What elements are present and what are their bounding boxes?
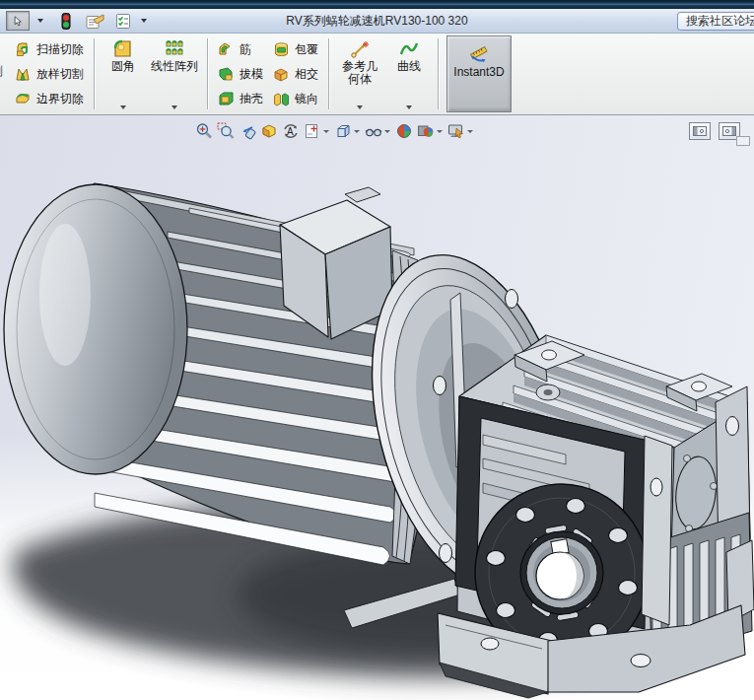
view-orientation-button[interactable]	[302, 120, 323, 142]
fillet-dropdown-caret[interactable]	[120, 105, 126, 109]
select-tool-dropdown[interactable]	[33, 10, 47, 32]
draft-icon	[218, 66, 235, 83]
feature-column-2: 包覆 相交 镜向	[268, 35, 323, 112]
top-plug-hole	[544, 389, 553, 395]
wrap-label: 包覆	[295, 41, 318, 58]
graphics-viewport[interactable]: A	[0, 115, 754, 700]
ribbon-separator	[438, 38, 439, 109]
collapse-left-icon	[693, 126, 707, 136]
traffic-light-icon[interactable]	[56, 11, 76, 31]
curves-label: 曲线	[397, 60, 421, 73]
chevron-down-icon	[37, 19, 43, 23]
shell-icon	[218, 91, 235, 107]
previous-view-button[interactable]	[237, 120, 258, 142]
reference-geometry-label: 参考几何体	[337, 60, 382, 86]
clipped-toolbar-text: 割	[0, 63, 5, 79]
zoom-to-area-icon	[217, 122, 235, 140]
rib-button[interactable]: 筋	[214, 39, 267, 59]
display-style-dropdown[interactable]	[354, 130, 360, 133]
boundary-cut-icon	[15, 91, 32, 107]
sweep-cut-icon	[15, 41, 32, 58]
linear-pattern-button[interactable]: 线性阵列	[147, 35, 202, 112]
shell-button[interactable]: 抽壳	[214, 89, 267, 108]
hide-show-items-button[interactable]	[363, 120, 384, 142]
zoom-to-area-button[interactable]	[215, 120, 237, 142]
instant3d-icon	[468, 44, 490, 66]
right-plate-hole	[726, 417, 739, 436]
cursor-arrow-icon	[13, 14, 23, 29]
menubar-tool-group	[6, 10, 151, 32]
mirror-icon	[273, 91, 290, 107]
instant3d-label: Instant3D	[453, 66, 504, 79]
sweep-cut-button[interactable]: 扫描切除	[11, 39, 88, 59]
display-style-icon	[334, 122, 352, 140]
loft-cut-button[interactable]: 放样切割	[11, 64, 88, 84]
model-canvas[interactable]	[0, 115, 754, 700]
viewport-pane-buttons	[689, 122, 740, 140]
intersect-button[interactable]: 相交	[269, 64, 322, 84]
reference-geometry-button[interactable]: 参考几何体	[334, 35, 385, 112]
cut-features-column: 扫描切除 放样切割 边界切除	[10, 35, 89, 112]
clipped-pane-button[interactable]	[736, 136, 750, 146]
window-title-strip	[0, 0, 754, 9]
edit-appearance-button[interactable]	[393, 120, 415, 142]
draft-label: 拔模	[240, 66, 263, 83]
chevron-down-icon	[141, 19, 147, 23]
intersect-icon	[273, 66, 290, 83]
view-settings-button[interactable]	[446, 120, 467, 142]
apply-scene-icon	[417, 122, 435, 140]
collapse-left-pane-button[interactable]	[689, 122, 711, 140]
boundary-cut-label: 边界切除	[36, 91, 84, 107]
edit-appearance-icon	[395, 122, 413, 140]
display-style-button[interactable]	[332, 120, 354, 142]
intersect-label: 相交	[295, 66, 318, 83]
wrap-icon	[273, 41, 290, 58]
ribbon-separator	[94, 38, 95, 109]
pillar-hole	[651, 478, 662, 496]
heads-up-view-toolbar: A	[193, 120, 476, 142]
draft-button[interactable]: 拔模	[214, 64, 267, 84]
zoom-to-fit-button[interactable]	[193, 120, 215, 142]
edit-note-icon[interactable]	[85, 11, 104, 31]
linear-pattern-label: 线性阵列	[150, 60, 199, 73]
frame-side-pillar	[642, 436, 672, 625]
ribbon-separator	[328, 38, 329, 109]
menu-bar: RV系列蜗轮减速机RV130-100 320 搜索社区论坛	[0, 9, 754, 34]
rotate-view-button[interactable]: A	[280, 120, 302, 142]
view-orientation-icon	[304, 122, 321, 140]
ribbon-separator	[207, 38, 208, 109]
linear-pattern-dropdown-caret[interactable]	[171, 105, 177, 109]
apply-scene-dropdown[interactable]	[437, 130, 443, 133]
view-settings-dropdown[interactable]	[467, 130, 473, 133]
curves-dropdown-caret[interactable]	[406, 105, 412, 109]
curves-icon	[398, 38, 420, 60]
curves-button[interactable]: 曲线	[385, 35, 433, 112]
zoom-to-fit-icon	[195, 122, 213, 140]
collapse-right-icon	[722, 126, 736, 136]
community-search-box[interactable]: 搜索社区论坛	[677, 12, 754, 31]
previous-view-icon	[239, 122, 256, 140]
section-view-button[interactable]	[258, 120, 280, 142]
instant3d-button[interactable]: Instant3D	[446, 35, 512, 112]
wrap-button[interactable]: 包覆	[269, 39, 322, 59]
loft-cut-icon	[15, 66, 32, 83]
reference-geometry-dropdown-caret[interactable]	[357, 105, 363, 109]
loft-cut-label: 放样切割	[36, 66, 84, 83]
mirror-button[interactable]: 镜向	[269, 89, 322, 108]
hide-show-items-dropdown[interactable]	[384, 130, 390, 133]
hide-show-items-icon	[365, 122, 382, 140]
view-orientation-dropdown[interactable]	[323, 130, 329, 133]
boundary-cut-button[interactable]: 边界切除	[11, 89, 88, 108]
rib-label: 筋	[240, 41, 251, 58]
design-checker-dropdown[interactable]	[136, 10, 151, 32]
motor-end-cap	[4, 184, 187, 474]
rib-icon	[218, 41, 235, 58]
design-checker-icon[interactable]	[113, 11, 133, 31]
fillet-button[interactable]: 圆角	[100, 35, 147, 112]
rotate-view-icon: A	[282, 122, 300, 140]
select-tool-button[interactable]	[6, 11, 30, 31]
linear-pattern-icon	[164, 38, 185, 60]
mirror-label: 镜向	[295, 91, 318, 107]
fillet-label: 圆角	[111, 60, 135, 73]
apply-scene-button[interactable]	[415, 120, 437, 142]
